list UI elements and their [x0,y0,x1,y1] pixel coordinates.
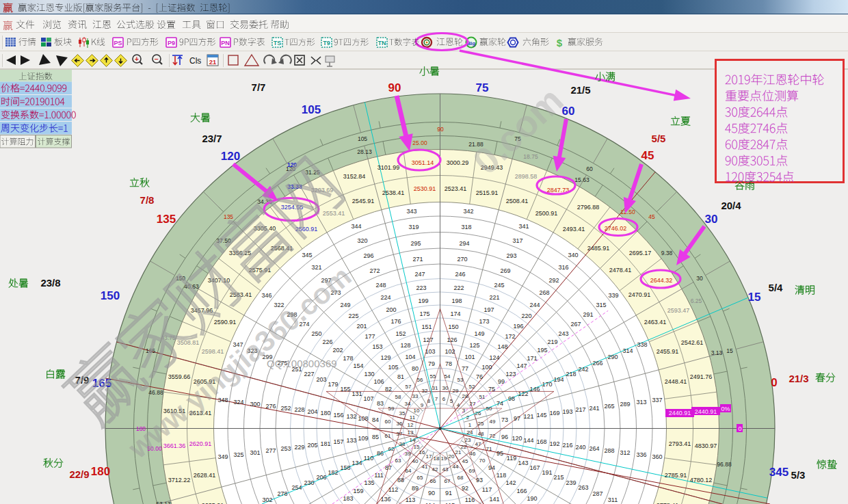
svg-text:324: 324 [233,399,243,406]
svg-text:21/5: 21/5 [570,84,590,96]
svg-text:278: 278 [277,490,287,497]
svg-text:4830.97: 4830.97 [695,442,717,449]
svg-text:20/4: 20/4 [721,200,741,211]
svg-text:2793.41: 2793.41 [669,440,691,447]
svg-text:2553.41: 2553.41 [323,210,345,217]
svg-text:17: 17 [426,453,432,460]
svg-text:98: 98 [508,395,515,402]
svg-text:PN: PN [221,40,230,47]
svg-text:36: 36 [397,421,403,427]
svg-text:223: 223 [416,284,426,291]
svg-text:127: 127 [423,336,433,343]
svg-text:51: 51 [479,394,486,400]
svg-text:92: 92 [462,485,468,492]
svg-text:289: 289 [620,401,630,408]
svg-text:156: 156 [333,412,343,419]
svg-text:85: 85 [372,434,379,440]
svg-text:107: 107 [363,395,373,402]
svg-text:113: 113 [406,496,415,503]
svg-text:222: 222 [453,284,464,291]
svg-text:265: 265 [604,403,614,410]
svg-text:2463.41: 2463.41 [644,319,667,326]
svg-text:105: 105 [388,364,398,371]
svg-text:4780.12: 4780.12 [690,477,713,483]
svg-text:27: 27 [470,401,476,407]
svg-text:180: 180 [91,465,110,478]
svg-text:30: 30 [705,213,718,226]
svg-text:181: 181 [320,440,330,447]
svg-text:59: 59 [388,406,395,412]
svg-text:95: 95 [496,450,503,457]
svg-text:90: 90 [428,490,435,496]
svg-text:45: 45 [648,213,655,220]
svg-text:101: 101 [464,354,475,360]
svg-text:28: 28 [462,393,468,399]
svg-text:337: 337 [652,397,662,403]
svg-text:143: 143 [518,460,528,466]
svg-text:2500.91: 2500.91 [535,210,558,217]
svg-text:269: 269 [500,267,510,274]
svg-text:290: 290 [607,354,618,360]
svg-text:321: 321 [311,264,321,271]
svg-text:35: 35 [399,410,406,416]
svg-text:175: 175 [419,310,429,317]
svg-text:46.88: 46.88 [148,389,163,396]
svg-text:93: 93 [476,477,483,483]
svg-text:2493.41: 2493.41 [563,226,585,233]
svg-text:25: 25 [478,421,484,427]
svg-text:90: 90 [388,81,401,94]
svg-text:12: 12 [408,422,414,428]
svg-text:96.88: 96.88 [717,461,732,468]
svg-text:4: 4 [457,402,460,408]
svg-text:62: 62 [388,446,395,452]
svg-text:47: 47 [475,441,481,447]
svg-text:3051.14: 3051.14 [412,159,434,166]
svg-text:267: 267 [570,321,581,328]
svg-text:229: 229 [294,444,304,451]
svg-text:21: 21 [209,58,217,66]
svg-text:155: 155 [340,386,350,393]
svg-text:179: 179 [328,381,338,388]
svg-text:80: 80 [412,365,419,372]
svg-text:31: 31 [432,385,438,391]
svg-text:173: 173 [479,318,489,325]
svg-text:199: 199 [418,297,428,304]
svg-text:121: 121 [523,413,533,420]
svg-text:227: 227 [304,371,314,377]
svg-text:TN: TN [378,40,386,47]
svg-text:272: 272 [369,267,380,274]
svg-text:72: 72 [490,433,496,439]
svg-text:126: 126 [447,336,457,343]
svg-text:200: 200 [386,306,396,313]
svg-text:68: 68 [458,475,464,481]
svg-text:112: 112 [388,486,398,493]
svg-text:132: 132 [346,413,356,420]
svg-text:339: 339 [608,292,618,299]
svg-text:41: 41 [422,464,428,470]
svg-text:3101.99: 3101.99 [377,164,400,171]
svg-text:244: 244 [529,302,540,308]
svg-text:49: 49 [490,419,496,425]
svg-text:3000.29: 3000.29 [447,159,469,166]
svg-text:79: 79 [428,360,435,367]
svg-text:247: 247 [414,271,425,278]
svg-text:74: 74 [496,400,503,407]
svg-text:23/8: 23/8 [40,277,60,289]
svg-text:172: 172 [505,333,515,340]
svg-text:150: 150 [448,323,458,330]
svg-text:153: 153 [372,343,382,350]
svg-text:136: 136 [380,496,390,503]
svg-text:2593.47: 2593.47 [667,307,690,314]
svg-text:123: 123 [505,371,516,377]
svg-text:293: 293 [506,252,516,259]
svg-text:294: 294 [459,240,469,247]
svg-text:58: 58 [395,394,401,400]
svg-text:97: 97 [514,415,520,422]
svg-text:219: 219 [547,339,557,345]
svg-text:8: 8 [427,398,431,404]
svg-text:166: 166 [516,488,527,494]
svg-text:3712.22: 3712.22 [168,477,191,483]
svg-text:21/3: 21/3 [789,373,808,384]
svg-text:111: 111 [374,472,384,479]
svg-text:117: 117 [482,486,492,493]
